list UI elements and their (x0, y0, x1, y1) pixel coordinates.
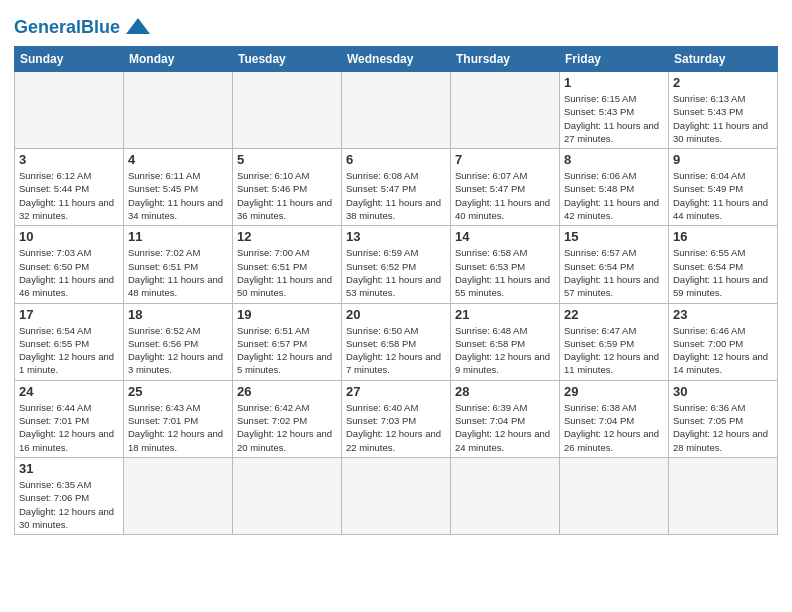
day-info: Sunrise: 7:03 AM Sunset: 6:50 PM Dayligh… (19, 246, 119, 299)
day-info: Sunrise: 6:55 AM Sunset: 6:54 PM Dayligh… (673, 246, 773, 299)
logo: GeneralBlue (14, 14, 152, 42)
day-number: 22 (564, 307, 664, 322)
day-number: 26 (237, 384, 337, 399)
calendar-cell: 21Sunrise: 6:48 AM Sunset: 6:58 PM Dayli… (451, 303, 560, 380)
day-info: Sunrise: 6:42 AM Sunset: 7:02 PM Dayligh… (237, 401, 337, 454)
calendar-cell: 17Sunrise: 6:54 AM Sunset: 6:55 PM Dayli… (15, 303, 124, 380)
day-info: Sunrise: 6:15 AM Sunset: 5:43 PM Dayligh… (564, 92, 664, 145)
header-monday: Monday (124, 47, 233, 72)
day-info: Sunrise: 6:59 AM Sunset: 6:52 PM Dayligh… (346, 246, 446, 299)
day-info: Sunrise: 6:54 AM Sunset: 6:55 PM Dayligh… (19, 324, 119, 377)
svg-marker-0 (126, 18, 150, 34)
calendar-cell: 20Sunrise: 6:50 AM Sunset: 6:58 PM Dayli… (342, 303, 451, 380)
day-info: Sunrise: 6:51 AM Sunset: 6:57 PM Dayligh… (237, 324, 337, 377)
day-number: 7 (455, 152, 555, 167)
day-info: Sunrise: 7:02 AM Sunset: 6:51 PM Dayligh… (128, 246, 228, 299)
day-number: 2 (673, 75, 773, 90)
calendar-week-row: 1Sunrise: 6:15 AM Sunset: 5:43 PM Daylig… (15, 72, 778, 149)
day-number: 12 (237, 229, 337, 244)
calendar-cell: 29Sunrise: 6:38 AM Sunset: 7:04 PM Dayli… (560, 380, 669, 457)
calendar-cell (560, 457, 669, 534)
header-sunday: Sunday (15, 47, 124, 72)
day-number: 8 (564, 152, 664, 167)
day-number: 15 (564, 229, 664, 244)
day-info: Sunrise: 6:58 AM Sunset: 6:53 PM Dayligh… (455, 246, 555, 299)
day-number: 13 (346, 229, 446, 244)
day-info: Sunrise: 6:46 AM Sunset: 7:00 PM Dayligh… (673, 324, 773, 377)
calendar-cell (342, 457, 451, 534)
header-saturday: Saturday (669, 47, 778, 72)
day-number: 18 (128, 307, 228, 322)
day-number: 11 (128, 229, 228, 244)
calendar-cell: 31Sunrise: 6:35 AM Sunset: 7:06 PM Dayli… (15, 457, 124, 534)
calendar-cell (124, 72, 233, 149)
day-info: Sunrise: 6:36 AM Sunset: 7:05 PM Dayligh… (673, 401, 773, 454)
calendar-cell: 14Sunrise: 6:58 AM Sunset: 6:53 PM Dayli… (451, 226, 560, 303)
day-info: Sunrise: 6:38 AM Sunset: 7:04 PM Dayligh… (564, 401, 664, 454)
calendar-cell: 28Sunrise: 6:39 AM Sunset: 7:04 PM Dayli… (451, 380, 560, 457)
day-number: 6 (346, 152, 446, 167)
day-number: 28 (455, 384, 555, 399)
day-number: 27 (346, 384, 446, 399)
day-number: 31 (19, 461, 119, 476)
calendar-table: SundayMondayTuesdayWednesdayThursdayFrid… (14, 46, 778, 535)
calendar-cell: 16Sunrise: 6:55 AM Sunset: 6:54 PM Dayli… (669, 226, 778, 303)
day-info: Sunrise: 6:50 AM Sunset: 6:58 PM Dayligh… (346, 324, 446, 377)
day-number: 20 (346, 307, 446, 322)
calendar-cell: 24Sunrise: 6:44 AM Sunset: 7:01 PM Dayli… (15, 380, 124, 457)
logo-text: GeneralBlue (14, 18, 120, 38)
calendar-cell: 4Sunrise: 6:11 AM Sunset: 5:45 PM Daylig… (124, 149, 233, 226)
day-number: 5 (237, 152, 337, 167)
calendar-cell (669, 457, 778, 534)
day-info: Sunrise: 6:07 AM Sunset: 5:47 PM Dayligh… (455, 169, 555, 222)
day-info: Sunrise: 6:39 AM Sunset: 7:04 PM Dayligh… (455, 401, 555, 454)
calendar-cell (451, 72, 560, 149)
day-info: Sunrise: 6:08 AM Sunset: 5:47 PM Dayligh… (346, 169, 446, 222)
day-number: 29 (564, 384, 664, 399)
day-number: 24 (19, 384, 119, 399)
calendar-cell: 3Sunrise: 6:12 AM Sunset: 5:44 PM Daylig… (15, 149, 124, 226)
calendar-week-row: 3Sunrise: 6:12 AM Sunset: 5:44 PM Daylig… (15, 149, 778, 226)
logo-icon (124, 14, 152, 42)
day-info: Sunrise: 6:57 AM Sunset: 6:54 PM Dayligh… (564, 246, 664, 299)
day-number: 16 (673, 229, 773, 244)
day-number: 4 (128, 152, 228, 167)
calendar-cell (233, 457, 342, 534)
calendar-cell: 10Sunrise: 7:03 AM Sunset: 6:50 PM Dayli… (15, 226, 124, 303)
header-friday: Friday (560, 47, 669, 72)
header-tuesday: Tuesday (233, 47, 342, 72)
day-number: 9 (673, 152, 773, 167)
calendar-cell: 7Sunrise: 6:07 AM Sunset: 5:47 PM Daylig… (451, 149, 560, 226)
day-info: Sunrise: 6:47 AM Sunset: 6:59 PM Dayligh… (564, 324, 664, 377)
calendar-cell: 9Sunrise: 6:04 AM Sunset: 5:49 PM Daylig… (669, 149, 778, 226)
day-info: Sunrise: 6:06 AM Sunset: 5:48 PM Dayligh… (564, 169, 664, 222)
calendar-cell: 6Sunrise: 6:08 AM Sunset: 5:47 PM Daylig… (342, 149, 451, 226)
calendar-cell (342, 72, 451, 149)
day-info: Sunrise: 6:13 AM Sunset: 5:43 PM Dayligh… (673, 92, 773, 145)
calendar-cell: 18Sunrise: 6:52 AM Sunset: 6:56 PM Dayli… (124, 303, 233, 380)
header: GeneralBlue (14, 10, 778, 42)
day-info: Sunrise: 6:10 AM Sunset: 5:46 PM Dayligh… (237, 169, 337, 222)
day-number: 21 (455, 307, 555, 322)
calendar-cell (451, 457, 560, 534)
day-info: Sunrise: 6:04 AM Sunset: 5:49 PM Dayligh… (673, 169, 773, 222)
logo-blue: Blue (81, 17, 120, 37)
calendar-cell: 15Sunrise: 6:57 AM Sunset: 6:54 PM Dayli… (560, 226, 669, 303)
day-info: Sunrise: 6:12 AM Sunset: 5:44 PM Dayligh… (19, 169, 119, 222)
calendar-cell: 11Sunrise: 7:02 AM Sunset: 6:51 PM Dayli… (124, 226, 233, 303)
header-thursday: Thursday (451, 47, 560, 72)
calendar-cell: 25Sunrise: 6:43 AM Sunset: 7:01 PM Dayli… (124, 380, 233, 457)
calendar-cell: 2Sunrise: 6:13 AM Sunset: 5:43 PM Daylig… (669, 72, 778, 149)
day-info: Sunrise: 6:40 AM Sunset: 7:03 PM Dayligh… (346, 401, 446, 454)
day-info: Sunrise: 7:00 AM Sunset: 6:51 PM Dayligh… (237, 246, 337, 299)
calendar-cell (124, 457, 233, 534)
calendar-cell (15, 72, 124, 149)
day-info: Sunrise: 6:52 AM Sunset: 6:56 PM Dayligh… (128, 324, 228, 377)
day-info: Sunrise: 6:43 AM Sunset: 7:01 PM Dayligh… (128, 401, 228, 454)
calendar-cell: 22Sunrise: 6:47 AM Sunset: 6:59 PM Dayli… (560, 303, 669, 380)
calendar-cell: 8Sunrise: 6:06 AM Sunset: 5:48 PM Daylig… (560, 149, 669, 226)
calendar-cell: 26Sunrise: 6:42 AM Sunset: 7:02 PM Dayli… (233, 380, 342, 457)
day-number: 3 (19, 152, 119, 167)
logo-general: General (14, 17, 81, 37)
day-number: 1 (564, 75, 664, 90)
